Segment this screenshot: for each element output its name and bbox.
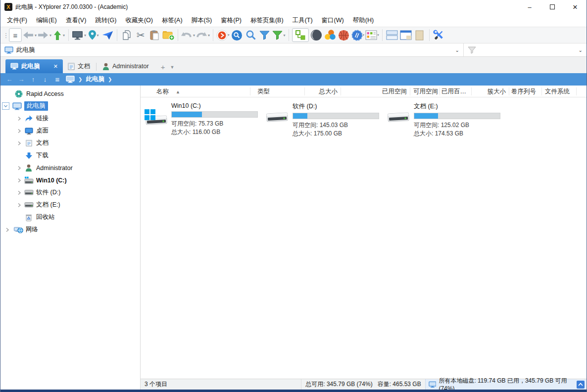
column-used-space[interactable]: 已用空间: [341, 87, 410, 95]
menu-favorites[interactable]: 收藏夹(O): [121, 15, 157, 26]
tab-documents[interactable]: 文档: [63, 59, 95, 73]
preview-panel-button[interactable]: [413, 28, 426, 42]
minimize-button[interactable]: –: [518, 0, 541, 14]
back-dropdown-icon[interactable]: ▾: [35, 33, 37, 38]
computer-icon[interactable]: [66, 76, 75, 83]
tree-item-network[interactable]: 网络: [0, 223, 140, 236]
breadcrumb-location[interactable]: 此电脑: [86, 75, 104, 84]
drive-item-c[interactable]: Win10 (C:) 可用空间: 75.73 GB 总大小: 116.00 GB: [144, 102, 265, 136]
crumb-menu-icon[interactable]: ≡: [51, 75, 64, 84]
up-button[interactable]: ▾: [52, 28, 65, 42]
tree-item-drive-c[interactable]: Win10 (C:): [0, 174, 140, 186]
dark-mode-button[interactable]: [310, 28, 323, 42]
power-go-button[interactable]: ▾: [216, 28, 230, 42]
tree-item-administrator[interactable]: Administrator: [0, 162, 140, 174]
menu-view[interactable]: 查看(V): [61, 15, 91, 26]
breadcrumb-chevron-icon[interactable]: ❯: [104, 77, 115, 82]
expander-icon[interactable]: [3, 226, 11, 234]
menu-window[interactable]: 窗口(W): [317, 15, 348, 26]
expander-icon[interactable]: [15, 115, 23, 123]
live-filter-button[interactable]: [231, 28, 244, 42]
tree-item-rapid-access[interactable]: Rapid Access: [0, 87, 140, 100]
tree-item-links[interactable]: 链接: [0, 112, 140, 125]
tree-item-drive-e[interactable]: 文档 (E:): [0, 199, 140, 211]
menu-tags[interactable]: 标签(A): [157, 15, 187, 26]
forward-dropdown-icon[interactable]: ▾: [49, 33, 51, 38]
drive-item-e[interactable]: 文档 (E:) 可用空间: 125.02 GB 总大小: 174.53 GB: [386, 102, 507, 138]
column-type[interactable]: 类型: [250, 87, 305, 95]
tab-this-pc[interactable]: 此电脑 ✕: [5, 59, 63, 73]
up-dropdown-icon[interactable]: ▾: [63, 33, 65, 38]
menu-tools[interactable]: 工具(T): [288, 15, 317, 26]
horizontal-panes-button[interactable]: [386, 28, 398, 42]
crumb-forward-icon[interactable]: →: [15, 76, 27, 83]
expander-icon[interactable]: [15, 139, 23, 147]
crumb-back-icon[interactable]: ←: [3, 76, 15, 83]
mini-tree-button[interactable]: ▾: [72, 28, 86, 42]
menu-file[interactable]: 文件(F): [2, 15, 32, 26]
disk-summary-section[interactable]: 所有本地磁盘: 119.74 GB 已用，345.79 GB 可用 (74%): [425, 379, 587, 390]
spot-jump-button[interactable]: [338, 28, 350, 42]
tools-button[interactable]: [433, 28, 445, 42]
menu-toggle-button[interactable]: ≡: [9, 28, 22, 42]
column-used-percent[interactable]: 已用百…: [440, 87, 472, 95]
paste-button[interactable]: [148, 28, 161, 42]
go-to-dropdown-icon[interactable]: ▾: [97, 33, 99, 38]
address-dropdown-icon[interactable]: ⌄: [455, 47, 459, 53]
report-dropdown-icon[interactable]: ▾: [377, 33, 379, 37]
undo-dropdown-icon[interactable]: ▾: [193, 33, 195, 38]
menu-panes[interactable]: 窗格(P): [216, 15, 246, 26]
column-cluster-size[interactable]: 簇大小: [472, 87, 509, 95]
tag-badge-dropdown-icon[interactable]: ▾: [363, 33, 365, 37]
column-total-size[interactable]: 总大小: [305, 87, 341, 95]
forward-button[interactable]: ▾: [38, 28, 51, 42]
tab-close-icon[interactable]: ✕: [53, 63, 58, 70]
tree-item-documents[interactable]: 文档: [0, 137, 140, 149]
menu-tabsets[interactable]: 标签页集(B): [246, 15, 288, 26]
expander-icon[interactable]: [15, 201, 23, 209]
column-volume-serial[interactable]: 卷序列号: [509, 87, 542, 95]
tab-list-dropdown-icon[interactable]: ▼: [170, 65, 177, 73]
expander-icon[interactable]: [15, 127, 23, 135]
menu-edit[interactable]: 编辑(E): [32, 15, 61, 26]
pane-layout-button[interactable]: [399, 28, 412, 42]
tree-item-drive-d[interactable]: 软件 (D:): [0, 186, 140, 199]
expander-icon[interactable]: [15, 176, 23, 184]
expander-icon[interactable]: [15, 164, 23, 172]
filter-dropdown-icon[interactable]: ⌄: [579, 47, 583, 53]
maximize-button[interactable]: [541, 0, 564, 14]
find-files-button[interactable]: [245, 28, 257, 42]
expander-icon[interactable]: [15, 189, 23, 197]
cut-button[interactable]: ✂: [134, 28, 147, 42]
address-value[interactable]: 此电脑: [16, 46, 35, 54]
copy-button[interactable]: [120, 28, 133, 42]
column-name[interactable]: 名称▲: [141, 87, 250, 95]
mini-tree-dropdown-icon[interactable]: ▾: [84, 33, 86, 38]
toolbar-grip-icon[interactable]: ⋮: [2, 32, 8, 39]
tree-item-this-pc[interactable]: 此电脑: [0, 100, 140, 112]
menu-scripting[interactable]: 脚本(S): [187, 15, 217, 26]
navigate-button[interactable]: [101, 28, 114, 42]
go-to-button[interactable]: ▾: [87, 28, 100, 42]
back-button[interactable]: ▾: [23, 28, 37, 42]
color-filter-button[interactable]: [324, 28, 337, 42]
tree-item-downloads[interactable]: 下载: [0, 149, 140, 162]
drive-item-d[interactable]: 软件 (D:) 可用空间: 145.03 GB 总大小: 175.00 GB: [265, 102, 386, 138]
visual-filter-dropdown-icon[interactable]: ▾: [284, 33, 286, 38]
filter-button[interactable]: [258, 28, 271, 42]
collapse-expander-icon[interactable]: [2, 102, 9, 110]
visual-filter-button[interactable]: ▾: [272, 28, 286, 42]
column-free-space[interactable]: 可用空间: [410, 87, 440, 95]
visual-filter-box[interactable]: ⌄: [463, 44, 587, 56]
power-go-dropdown-icon[interactable]: ▾: [228, 33, 230, 37]
column-file-system[interactable]: 文件系统: [542, 87, 577, 95]
report-button[interactable]: ▾: [365, 28, 379, 42]
crumb-up-icon[interactable]: ↑: [27, 76, 39, 83]
tree-item-desktop[interactable]: 桌面: [0, 125, 140, 137]
expand-up-button[interactable]: [577, 381, 585, 389]
address-bar[interactable]: 此电脑 ⌄: [0, 44, 463, 56]
menu-help[interactable]: 帮助(H): [348, 15, 378, 26]
redo-dropdown-icon[interactable]: ▾: [208, 33, 210, 38]
crumb-down-icon[interactable]: ↓: [39, 76, 51, 83]
close-button[interactable]: ✕: [564, 0, 587, 14]
